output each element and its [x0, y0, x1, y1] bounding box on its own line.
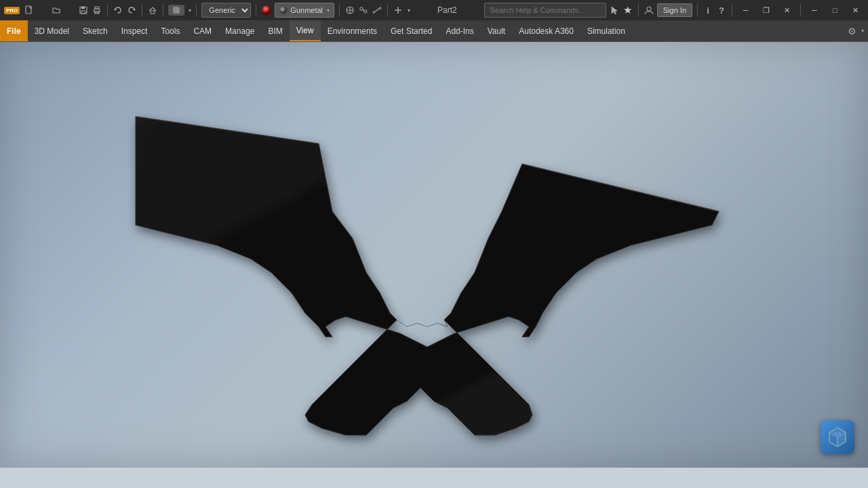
measure-icon[interactable] — [372, 5, 382, 16]
menu-item-sketch[interactable]: Sketch — [76, 20, 115, 41]
sep9 — [697, 4, 698, 16]
cursor-icon[interactable] — [609, 5, 620, 16]
svg-rect-0 — [26, 6, 31, 14]
open-icon[interactable] — [51, 5, 62, 16]
menu-item-get-started[interactable]: Get Started — [384, 20, 439, 41]
open-dropdown-icon[interactable] — [64, 5, 75, 16]
menu-item-cam[interactable]: CAM — [186, 20, 218, 41]
svg-rect-16 — [360, 7, 363, 10]
svg-rect-17 — [364, 10, 367, 13]
menu-item-file[interactable]: File — [0, 20, 28, 41]
svg-rect-9 — [151, 11, 155, 14]
sep8 — [638, 4, 639, 16]
topbar: PRO — [0, 0, 868, 42]
menu-item-3d-model[interactable]: 3D Model — [28, 20, 76, 41]
panel-expand-button[interactable]: □ — [826, 3, 844, 17]
menu-item-autodesk-a360[interactable]: Autodesk A360 — [512, 20, 580, 41]
user-icon[interactable] — [644, 5, 654, 16]
active-tool-dropdown[interactable]: ▾ — [189, 7, 191, 14]
search-input[interactable] — [484, 3, 606, 18]
svg-point-11 — [262, 5, 271, 15]
svg-rect-2 — [81, 7, 85, 9]
menu-item-vault[interactable]: Vault — [481, 20, 512, 41]
title-bar: PRO — [0, 0, 868, 20]
part-name: Part2 — [437, 5, 457, 15]
sign-in-button[interactable]: Sign In — [657, 3, 692, 17]
info-icon[interactable]: i — [703, 5, 713, 16]
svg-text:TOP: TOP — [834, 432, 842, 436]
menu-bar: File 3D Model Sketch Inspect Tools CAM M… — [0, 20, 868, 42]
viewport[interactable]: TOP — [0, 42, 868, 468]
title-bar-right: ★ Sign In i ? ─ ❐ ✕ ─ □ ✕ — [484, 3, 864, 18]
constraint-icon[interactable] — [358, 5, 369, 16]
menu-item-bim[interactable]: BIM — [261, 20, 289, 41]
plus-icon[interactable] — [393, 5, 403, 16]
svg-point-12 — [280, 7, 288, 14]
home-icon[interactable] — [147, 5, 158, 16]
sep1 — [107, 4, 108, 16]
sep5 — [256, 4, 256, 16]
color-sphere-icon[interactable] — [261, 5, 272, 16]
undo-icon[interactable] — [113, 5, 123, 16]
material-label: Gunmetal — [290, 6, 323, 14]
nav-cube[interactable]: TOP — [821, 420, 854, 454]
nav-cube-icon: TOP — [825, 425, 850, 449]
close-button[interactable]: ✕ — [778, 3, 795, 17]
menu-item-inspect[interactable]: Inspect — [115, 20, 155, 41]
favorite-icon[interactable]: ★ — [623, 5, 633, 16]
material-selector[interactable]: Gunmetal ▾ — [275, 3, 334, 18]
sep2 — [142, 4, 142, 16]
menu-item-environments[interactable]: Environments — [321, 20, 384, 41]
new-icon[interactable] — [24, 5, 35, 16]
active-tool-icon[interactable] — [168, 5, 184, 16]
menu-item-manage[interactable]: Manage — [218, 20, 261, 41]
ribbon-settings-icon[interactable]: ⚙ — [846, 26, 857, 37]
redo-icon[interactable] — [126, 5, 137, 16]
svg-line-18 — [363, 9, 364, 12]
model-view — [122, 76, 732, 468]
menu-item-simulation[interactable]: Simulation — [580, 20, 632, 41]
title-bar-center: Part2 — [410, 5, 484, 15]
new-dropdown-icon[interactable] — [37, 5, 48, 16]
panel-minimize-button[interactable]: ─ — [806, 3, 823, 17]
minimize-button[interactable]: ─ — [737, 3, 755, 17]
panel-close-button[interactable]: ✕ — [846, 3, 864, 17]
menu-item-view[interactable]: View — [290, 20, 321, 41]
pro-badge: PRO — [4, 7, 20, 14]
ribbon-overflow[interactable]: ▾ — [861, 28, 864, 34]
sep7 — [387, 4, 388, 16]
sep10 — [732, 4, 732, 16]
style-selector[interactable]: Generic — [201, 3, 251, 18]
print-icon[interactable] — [92, 5, 102, 16]
sep4 — [196, 4, 197, 16]
svg-rect-10 — [173, 7, 180, 14]
sep11 — [800, 4, 801, 16]
svg-point-24 — [647, 7, 651, 11]
help-icon[interactable]: ? — [716, 5, 727, 16]
save-icon[interactable] — [78, 5, 89, 16]
svg-rect-5 — [95, 7, 99, 9]
title-bar-left: PRO — [4, 3, 410, 18]
sep3 — [163, 4, 163, 16]
restore-button[interactable]: ❐ — [757, 3, 775, 17]
menu-item-tools[interactable]: Tools — [154, 20, 186, 41]
svg-rect-3 — [81, 11, 85, 14]
explode-icon[interactable] — [344, 5, 355, 16]
menu-item-add-ins[interactable]: Add-Ins — [439, 20, 480, 41]
sep6 — [339, 4, 340, 16]
svg-line-19 — [374, 7, 380, 13]
